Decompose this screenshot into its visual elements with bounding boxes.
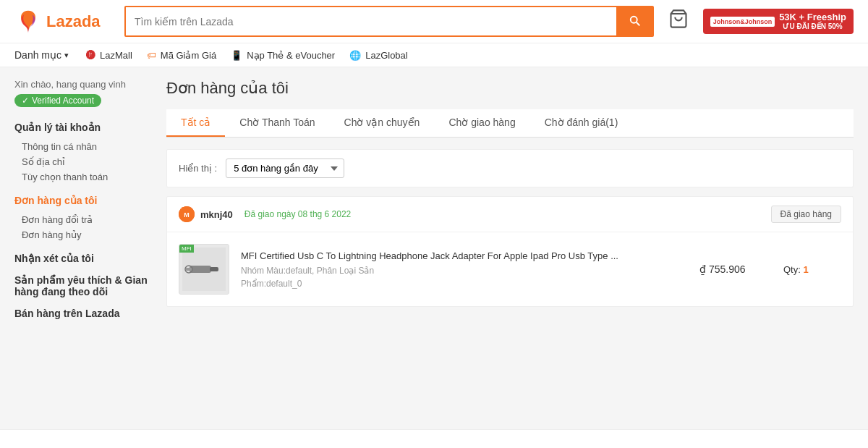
page-title: Đơn hàng của tôi: [166, 79, 854, 98]
chevron-down-icon: ▾: [64, 51, 69, 60]
sidebar-section-account: Quản lý tài khoản Thông tin cá nhân Số đ…: [14, 122, 152, 185]
jj-logo: Johnson&Johnson: [710, 17, 775, 27]
item-image: MFI: [179, 244, 229, 295]
item-qty: Qty: 1: [783, 264, 841, 275]
lazmall-icon: 🅜: [86, 50, 95, 61]
filter-bar: Hiển thị : 5 đơn hàng gần đây 10 đơn hàn…: [166, 149, 854, 187]
order-status-badge: Đã giao hàng: [771, 206, 841, 223]
order-tabs: Tất cả Chờ Thanh Toán Chờ vận chuyển Chờ…: [166, 109, 854, 138]
order-count-select[interactable]: 5 đơn hàng gần đây 10 đơn hàng gần đây 2…: [226, 159, 344, 178]
lazglobal-icon: 🌐: [349, 50, 361, 61]
item-name: MFI Certified Usb C To Lightning Headpho…: [241, 250, 688, 263]
ma-giam-gia-icon: 🏷: [147, 50, 156, 61]
nav-link-ma-giam-gia-label: Mã Giảm Giá: [161, 50, 216, 61]
logo-text: Lazada: [46, 12, 101, 31]
sidebar-section-favorites-title[interactable]: Sản phẩm yêu thích & Gian hàng đang theo…: [14, 274, 152, 297]
verified-badge: Verified Account: [14, 94, 101, 107]
tab-cho-van-chuyen[interactable]: Chờ vận chuyển: [330, 109, 435, 137]
promo-banner[interactable]: Johnson&Johnson 53K + Freeship ƯU ĐÃI ĐẾ…: [703, 9, 854, 35]
item-price: ₫ 755.906: [699, 263, 772, 275]
nav-link-nap-the-label: Nạp Thẻ & eVoucher: [247, 50, 335, 61]
sidebar-item-doi-tra[interactable]: Đơn hàng đổi trả: [14, 212, 152, 227]
seller-avatar: M: [179, 206, 195, 222]
sidebar: Xin chào, hang quang vinh Verified Accou…: [14, 79, 152, 403]
cart-icon: [668, 9, 689, 29]
search-bar: [124, 6, 654, 37]
seller-name: mknj40: [200, 209, 233, 220]
category-menu-button[interactable]: Danh mục ▾: [14, 49, 69, 61]
nav-link-lazglobal-label: LazGlobal: [365, 50, 408, 61]
sidebar-section-reviews: Nhận xét của tôi: [14, 253, 152, 264]
nap-the-icon: 📱: [231, 50, 242, 61]
sidebar-section-orders: Đơn hàng của tôi Đơn hàng đổi trả Đơn hà…: [14, 195, 152, 242]
sidebar-item-tuy-chon[interactable]: Tùy chọn thanh toán: [14, 169, 152, 185]
category-label: Danh mục: [14, 49, 61, 61]
sidebar-item-thong-tin[interactable]: Thông tin cá nhân: [14, 139, 152, 154]
order-item: MFI MFI Certified Usb C To Lightning Hea…: [167, 232, 853, 306]
item-tag: MFI: [179, 245, 194, 253]
nav-link-nap-the[interactable]: 📱 Nạp Thẻ & eVoucher: [231, 50, 335, 61]
search-input[interactable]: [126, 10, 616, 33]
sidebar-section-favorites: Sản phẩm yêu thích & Gian hàng đang theo…: [14, 274, 152, 297]
cart-button[interactable]: [668, 9, 689, 34]
search-button[interactable]: [616, 7, 652, 35]
logo-area[interactable]: Lazada: [14, 8, 116, 35]
sidebar-item-huy[interactable]: Đơn hàng hủy: [14, 227, 152, 242]
tab-cho-danh-gia[interactable]: Chờ đánh giá(1): [530, 109, 633, 137]
item-details: MFI Certified Usb C To Lightning Headpho…: [241, 250, 688, 289]
nav-link-ma-giam-gia[interactable]: 🏷 Mã Giảm Giá: [147, 50, 216, 61]
tab-cho-thanh-toan[interactable]: Chờ Thanh Toán: [225, 109, 329, 137]
item-image-svg: [182, 248, 226, 291]
main-container: Xin chào, hang quang vinh Verified Accou…: [0, 67, 868, 415]
seller-icon: M: [179, 206, 195, 222]
svg-text:M: M: [184, 211, 190, 219]
sidebar-section-account-title: Quản lý tài khoản: [14, 122, 152, 133]
tab-cho-giao-hang[interactable]: Chờ giao hàng: [434, 109, 529, 137]
verified-label: Verified Account: [32, 96, 94, 106]
search-icon: [628, 14, 641, 27]
sidebar-section-orders-title[interactable]: Đơn hàng của tôi: [14, 195, 152, 206]
order-header: M mknj40 Đã giao ngày 08 thg 6 2022 Đã g…: [167, 197, 853, 232]
nav-bar: Danh mục ▾ 🅜 LazMall 🏷 Mã Giảm Giá 📱 Nạp…: [0, 43, 868, 67]
sidebar-section-sell: Bán hàng trên Lazada: [14, 308, 152, 319]
sidebar-section-reviews-title[interactable]: Nhận xét của tôi: [14, 253, 152, 264]
item-variant-line2: Phẩm:default_0: [241, 279, 688, 289]
filter-label: Hiển thị :: [179, 163, 217, 174]
sidebar-item-so-dia-chi[interactable]: Số địa chỉ: [14, 154, 152, 169]
order-card: M mknj40 Đã giao ngày 08 thg 6 2022 Đã g…: [166, 196, 854, 307]
greeting-text: Xin chào, hang quang vinh: [14, 79, 152, 90]
sidebar-section-sell-title[interactable]: Bán hàng trên Lazada: [14, 308, 152, 319]
content-area: Đơn hàng của tôi Tất cả Chờ Thanh Toán C…: [166, 79, 854, 403]
footer: LIÊN HỆ VỚI LAZADA Hotline & Chat trực t…: [0, 429, 868, 448]
seller-info: M mknj40 Đã giao ngày 08 thg 6 2022: [179, 206, 351, 222]
header: Lazada Johnson&Johnson 53K + Freeship ƯU…: [0, 0, 868, 43]
svg-rect-6: [186, 268, 192, 271]
nav-links: 🅜 LazMall 🏷 Mã Giảm Giá 📱 Nạp Thẻ & eVou…: [86, 50, 408, 61]
nav-link-lazmall[interactable]: 🅜 LazMall: [86, 50, 132, 61]
order-date: Đã giao ngày 08 thg 6 2022: [244, 209, 351, 219]
svg-rect-5: [210, 267, 218, 271]
item-qty-value: 1: [803, 264, 808, 275]
nav-link-lazmall-label: LazMall: [100, 50, 132, 61]
promo-text: 53K + Freeship ƯU ĐÃI ĐẾN 50%: [779, 12, 846, 32]
tab-tat-ca[interactable]: Tất cả: [166, 109, 225, 137]
nav-link-lazglobal[interactable]: 🌐 LazGlobal: [349, 50, 408, 61]
item-variant-line1: Nhóm Màu:default, Phân Loại Sản: [241, 266, 688, 276]
lazada-logo-icon: [14, 8, 42, 35]
